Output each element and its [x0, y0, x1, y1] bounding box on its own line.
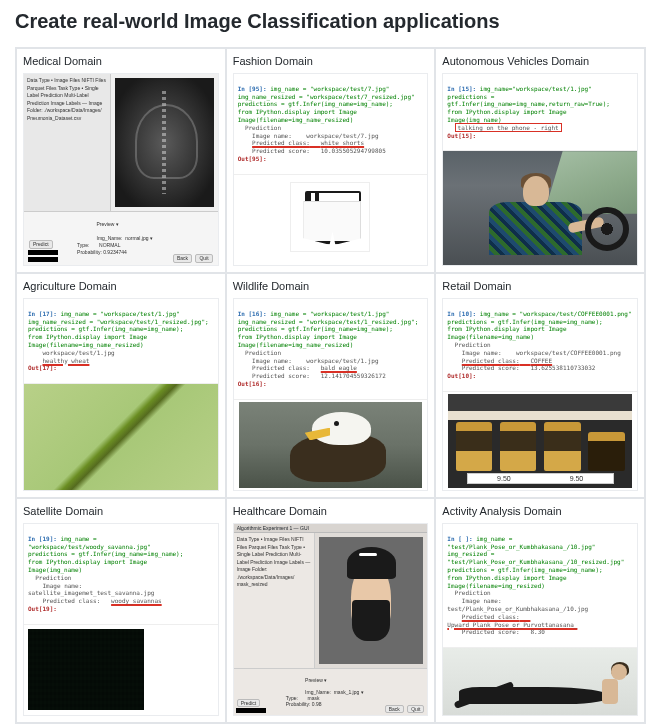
jupyter-code-retail: In [10]: img_name = "workspace/test/COFF… [443, 299, 637, 392]
predicted-class: COFFEE [530, 357, 552, 364]
predicted-class: Upward_Plank_Pose_or_Purvottanasana_ [447, 621, 577, 628]
yoga-pose-image [443, 648, 637, 715]
xray-image [115, 78, 214, 207]
preview-dropdown[interactable]: Preview ▾ [97, 221, 119, 227]
status-text: Img_Name: mask_1.jpg ▾ Type: mask Probab… [286, 689, 364, 707]
steering-wheel-icon [585, 207, 629, 251]
predict-button[interactable]: Predict [29, 240, 53, 249]
cell-activity: Activity Analysis Domain In [ ]: img_nam… [435, 498, 645, 723]
driver-image [443, 151, 637, 265]
coffee-jar-icon [456, 422, 493, 471]
cell-title-medical: Medical Domain [23, 55, 219, 67]
thumb-retail: In [10]: img_name = "workspace/test/COFF… [442, 298, 638, 491]
thumb-agriculture: In [17]: img_name = "workspace/test/1.jp… [23, 298, 219, 491]
coffee-shelf-image: 9.509.50 [448, 394, 632, 487]
cell-satellite: Satellite Domain In [19]: img_name = "wo… [16, 498, 226, 723]
cell-wildlife: Wildlife Domain In [16]: img_name = "wor… [226, 273, 436, 498]
coffee-jar-icon [544, 422, 581, 471]
shorts-image [290, 182, 370, 252]
thumb-satellite: In [19]: img_name = "workspace/test/wood… [23, 523, 219, 716]
field-image [24, 384, 218, 490]
masked-face-image [319, 537, 423, 664]
cell-fashion: Fashion Domain In [95]: img_name = "work… [226, 48, 436, 273]
thumb-medical: Data Type • Image Files NIFTI Files Parq… [23, 73, 219, 266]
cell-title-healthcare: Healthcare Domain [233, 505, 429, 517]
eagle-image [239, 402, 423, 488]
thumb-healthcare: Algorithmic Experiment 1 — GUI Data Type… [233, 523, 429, 716]
jupyter-code-fashion: In [95]: img_name = "workspace/test/7.jp… [234, 74, 428, 175]
cell-autonomous: Autonomous Vehicles Domain In [15]: img_… [435, 48, 645, 273]
medical-gui-status: Predict Preview ▾ Img_Name: normal.jpg ▾… [24, 211, 218, 265]
back-button[interactable]: Back [385, 705, 404, 713]
coffee-jar-icon [588, 432, 625, 471]
predicted-class: talking on the phone - right [455, 123, 562, 132]
thumb-autonomous: In [15]: img_name="workspace/test/1.jpg"… [442, 73, 638, 266]
cell-title-activity: Activity Analysis Domain [442, 505, 638, 517]
back-button[interactable]: Back [173, 254, 192, 263]
healthcare-gui-status: Predict Preview ▾ Img_Name: mask_1.jpg ▾… [234, 668, 428, 715]
predicted-class: healthy_wheat [42, 357, 89, 364]
satellite-image [28, 629, 144, 710]
cell-title-autonomous: Autonomous Vehicles Domain [442, 55, 638, 67]
cell-title-retail: Retail Domain [442, 280, 638, 292]
medical-gui-sidebar: Data Type • Image Files NIFTI Files Parq… [24, 74, 111, 211]
coffee-jar-icon [500, 422, 537, 471]
page-title: Create real-world Image Classification a… [15, 10, 646, 39]
thumb-activity: In [ ]: img_name = "test/Plank_Pose_or_K… [442, 523, 638, 716]
thumb-wildlife: In [16]: img_name = "workspace/test/1.jp… [233, 298, 429, 491]
cell-retail: Retail Domain In [10]: img_name = "works… [435, 273, 645, 498]
redacted-bar [28, 257, 58, 262]
window-title-bar: Algorithmic Experiment 1 — GUI [234, 524, 428, 533]
cell-healthcare: Healthcare Domain Algorithmic Experiment… [226, 498, 436, 723]
redacted-bar [236, 708, 266, 713]
jupyter-code-autonomous: In [15]: img_name="workspace/test/1.jpg"… [443, 74, 637, 151]
predict-button[interactable]: Predict [237, 699, 261, 707]
quit-button[interactable]: Quit [407, 705, 424, 713]
examples-grid: Medical Domain Data Type • Image Files N… [15, 47, 646, 724]
redacted-bar [28, 250, 58, 255]
jupyter-code-agriculture: In [17]: img_name = "workspace/test/1.jp… [24, 299, 218, 384]
healthcare-gui-sidebar: Data Type • Image Files NIFTI Files Parq… [234, 533, 315, 668]
quit-button[interactable]: Quit [195, 254, 212, 263]
cell-agriculture: Agriculture Domain In [17]: img_name = "… [16, 273, 226, 498]
predicted-class: woody_savannas [111, 597, 162, 604]
cell-title-wildlife: Wildlife Domain [233, 280, 429, 292]
price-tag: 9.509.50 [467, 473, 614, 484]
jupyter-code-satellite: In [19]: img_name = "workspace/test/wood… [24, 524, 218, 625]
predicted-class: bald eagle [321, 364, 357, 371]
preview-dropdown[interactable]: Preview ▾ [305, 677, 327, 683]
jupyter-code-wildlife: In [16]: img_name = "workspace/test/1.jp… [234, 299, 428, 400]
jupyter-code-activity: In [ ]: img_name = "test/Plank_Pose_or_K… [443, 524, 637, 648]
cell-title-satellite: Satellite Domain [23, 505, 219, 517]
cell-title-agriculture: Agriculture Domain [23, 280, 219, 292]
thumb-fashion: In [95]: img_name = "workspace/test/7.jp… [233, 73, 429, 266]
cell-medical: Medical Domain Data Type • Image Files N… [16, 48, 226, 273]
cell-title-fashion: Fashion Domain [233, 55, 429, 67]
status-text: Img_Name: normal.jpg ▾ Type: NORMAL Prob… [77, 235, 153, 255]
